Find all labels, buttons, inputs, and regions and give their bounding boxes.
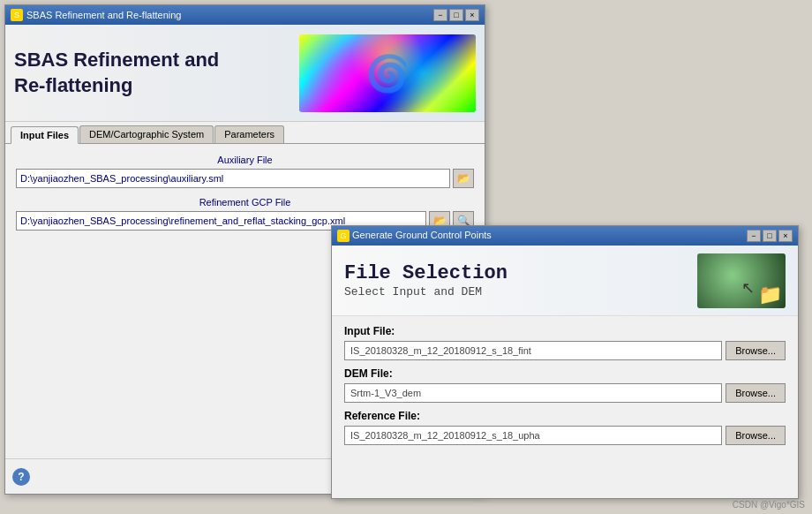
- tab-parameters[interactable]: Parameters: [214, 125, 284, 143]
- gcp-window-title: Generate Ground Control Points: [352, 230, 492, 240]
- auxiliary-browse-btn[interactable]: 📂: [453, 169, 474, 188]
- tabs-bar: Input Files DEM/Cartographic System Para…: [5, 122, 485, 144]
- tab-input-files[interactable]: Input Files: [11, 126, 79, 144]
- refinement-gcp-label: Refinement GCP File: [16, 197, 474, 208]
- gcp-header-image: [697, 253, 786, 308]
- reference-file-browse-btn[interactable]: Browse...: [726, 426, 786, 445]
- help-button[interactable]: ?: [12, 468, 30, 486]
- gcp-close-btn[interactable]: ×: [778, 230, 793, 242]
- sbas-main-title: SBAS Refinement and Re-flattening: [14, 48, 299, 98]
- auxiliary-file-row: 📂: [16, 169, 474, 188]
- watermark-text: CSDN @Vigo*GIS: [733, 500, 805, 510]
- gcp-maximize-btn[interactable]: □: [763, 230, 777, 242]
- sbas-window-icon: S: [11, 9, 23, 21]
- gcp-titlebar: G Generate Ground Control Points − □ ×: [332, 226, 798, 246]
- dem-file-label: DEM File:: [344, 367, 786, 380]
- sbas-header-banner: SBAS Refinement and Re-flattening: [5, 25, 485, 122]
- sbas-minimize-btn[interactable]: −: [433, 9, 447, 21]
- gcp-window: G Generate Ground Control Points − □ × F…: [331, 225, 799, 499]
- gcp-minimize-btn[interactable]: −: [747, 230, 761, 242]
- sbas-titlebar: S SBAS Refinement and Re-flattening − □ …: [5, 5, 485, 25]
- auxiliary-file-input[interactable]: [16, 169, 450, 188]
- input-file-browse-btn[interactable]: Browse...: [726, 341, 786, 360]
- sbas-window-title: SBAS Refinement and Re-flattening: [26, 10, 182, 20]
- auxiliary-file-label: Auxiliary File: [16, 155, 474, 165]
- reference-file-row: Browse...: [344, 426, 786, 445]
- sbas-title-left: S SBAS Refinement and Re-flattening: [11, 9, 182, 21]
- reference-file-input[interactable]: [344, 426, 722, 445]
- input-file-input[interactable]: [344, 341, 722, 360]
- sbas-window-controls: − □ ×: [433, 9, 479, 21]
- gcp-window-controls: − □ ×: [747, 230, 793, 242]
- tab-dem-cartographic[interactable]: DEM/Cartographic System: [79, 125, 214, 143]
- sbas-close-btn[interactable]: ×: [465, 9, 479, 21]
- gcp-title-left: G Generate Ground Control Points: [337, 230, 492, 242]
- gcp-header-banner: File Selection Select Input and DEM: [332, 246, 798, 316]
- sbas-header-image: [299, 34, 476, 112]
- reference-file-label: Reference File:: [344, 410, 786, 422]
- input-file-label: Input File:: [344, 325, 786, 337]
- dem-file-input[interactable]: [344, 383, 722, 403]
- gcp-main-title: File Selection: [344, 262, 697, 285]
- sbas-maximize-btn[interactable]: □: [449, 9, 463, 21]
- dem-file-row: Browse...: [344, 383, 786, 403]
- gcp-header-text: File Selection Select Input and DEM: [344, 262, 697, 299]
- gcp-form: Input File: Browse... DEM File: Browse..…: [332, 316, 798, 461]
- dem-file-browse-btn[interactable]: Browse...: [726, 383, 786, 403]
- input-file-row: Browse...: [344, 341, 786, 360]
- gcp-window-icon: G: [337, 230, 350, 242]
- gcp-subtitle: Select Input and DEM: [344, 285, 697, 299]
